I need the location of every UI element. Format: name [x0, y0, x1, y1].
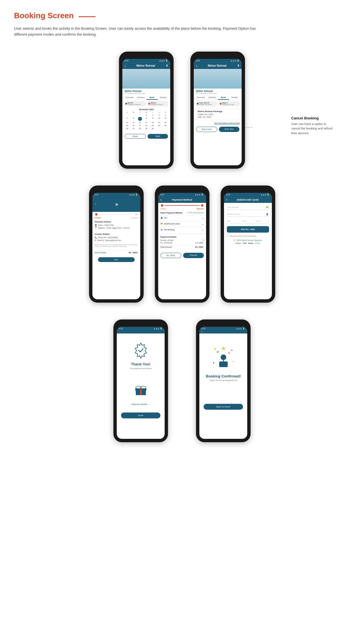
proceed-button[interactable]: Proceed: [183, 253, 204, 258]
status-icons: ▲▲▲ 🔋: [159, 60, 168, 62]
cal-day-4[interactable]: 4: [162, 114, 169, 117]
reset-button[interactable]: Reset: [125, 134, 146, 139]
header-title-2: Meher Retreat: [208, 64, 227, 67]
cal-day-8[interactable]: 8: [143, 117, 150, 121]
cal-day-26[interactable]: 26: [124, 127, 130, 130]
cal-day-25[interactable]: 25: [162, 124, 169, 127]
cal-day-24[interactable]: 24: [156, 124, 162, 127]
tab-overview-2[interactable]: Overview: [195, 96, 206, 100]
select-payment-label: Select Payment Method: [160, 212, 183, 214]
cal-day-12[interactable]: 12: [124, 121, 130, 124]
card-header-title: Debit/Credit Cards: [237, 198, 259, 201]
back-arrow-7[interactable]: ‹: [202, 330, 202, 333]
upi-option[interactable]: 👤 UPI ⌄: [158, 215, 206, 221]
book-now-button[interactable]: Book Now: [219, 127, 240, 132]
step-payment-label: Payment: [131, 217, 138, 219]
card-number-placeholder: Card Number: [227, 206, 239, 208]
back-arrow-icon-2[interactable]: [196, 64, 197, 68]
tab-nearby-2[interactable]: Nearby: [229, 96, 240, 100]
phone-1-calendar: 6:15 ▲▲▲ 🔋 Meher Retreat ⬆ Meher Retreat…: [119, 52, 174, 169]
share-icon[interactable]: ⬆: [166, 64, 168, 67]
dashed-line: [245, 127, 252, 128]
tab-book-2[interactable]: Book: [218, 96, 229, 100]
done-button[interactable]: Done: [121, 412, 160, 418]
cal-day-18[interactable]: 18: [162, 121, 169, 124]
time-label: 9:00am to 6:30 pm: [128, 104, 141, 105]
cal-day-21[interactable]: 21: [137, 124, 143, 127]
back-arrow-3[interactable]: ‹: [95, 203, 96, 206]
cal-day-13[interactable]: 13: [130, 121, 137, 124]
next-button[interactable]: Next: [98, 257, 135, 262]
cal-day-9[interactable]: 9: [150, 117, 156, 121]
phone-text: Phone No : 9822346806: [98, 237, 118, 238]
cal-day-20[interactable]: 20: [130, 124, 137, 127]
cal-day-30[interactable]: 30: [150, 127, 156, 130]
package-total: Total - Rs. 1000/-: [198, 116, 238, 118]
save-card-checkbox[interactable]: [227, 235, 229, 237]
cal-day-28[interactable]: 28: [137, 127, 143, 130]
back-arrow-icon[interactable]: [125, 64, 126, 68]
debit-credit-option[interactable]: 💳 Debit/Credit Cards ⌄: [158, 221, 206, 227]
cal-day-10[interactable]: 10: [156, 117, 162, 121]
status-bar-7: 6:15 ▲▲▲ 🔋: [199, 327, 247, 331]
svg-point-7: [231, 350, 232, 351]
cvv-icon: ℹ: [268, 220, 269, 223]
add-to-cart-button[interactable]: Add to Cart: [196, 127, 217, 132]
cal-day-7-selected[interactable]: 7: [138, 117, 142, 121]
status-icons-4: ▲▲▲ 🔋: [195, 194, 204, 196]
cal-day-27[interactable]: 27: [130, 127, 137, 130]
cal-day-16[interactable]: 16: [150, 121, 156, 124]
cal-day-15[interactable]: 15: [143, 121, 150, 124]
yyyy-field[interactable]: YYYY ⌄: [241, 219, 255, 224]
step-2-dot: [135, 213, 137, 215]
venue-sub-2: Not reviewed on Place view: [196, 92, 239, 94]
cal-day-17[interactable]: 17: [156, 121, 162, 124]
adult-pill-2[interactable]: Adult 1 Children(5-12Yrs):0: [218, 101, 240, 106]
show-details-link[interactable]: Show Details ⌄: [95, 252, 108, 254]
tab-overview[interactable]: Overview: [124, 96, 135, 100]
cal-day-3[interactable]: 3: [156, 114, 162, 117]
safe-badge: ✓ 100% Safe Payment: [186, 212, 204, 214]
cal-day-6[interactable]: 6: [130, 117, 137, 121]
cal-day-5[interactable]: 5: [124, 117, 130, 121]
net-banking-option[interactable]: 🏦 Net Banking ⌄: [158, 227, 206, 233]
card-chevron: ⌄: [202, 223, 204, 225]
phone-6-thankyou: 6:15 ▲▲▲ 🔋 Thank You! Your payment succe…: [113, 319, 168, 442]
status-bar: 6:15 ▲▲▲ 🔋: [122, 59, 170, 63]
cal-day-1[interactable]: 1: [143, 114, 150, 117]
back-arrow-5[interactable]: ‹: [226, 198, 227, 202]
cal-day-2[interactable]: 2: [150, 114, 156, 117]
tab-book[interactable]: Book: [146, 96, 158, 100]
back-arrow-4[interactable]: ‹: [160, 198, 162, 202]
status-bar-4: 6:15 ▲▲▲ 🔋: [158, 193, 206, 197]
svg-rect-2: [141, 391, 146, 395]
cal-day-14[interactable]: 14: [137, 121, 143, 124]
pay-button[interactable]: PAY Rs. 1000: [227, 226, 269, 233]
cal-day-11[interactable]: 11: [162, 117, 169, 121]
cvv-field[interactable]: CVV ℹ: [256, 219, 269, 224]
share-icon-2[interactable]: ⬆: [237, 64, 239, 67]
tab-nearby[interactable]: Nearby: [158, 96, 169, 100]
date-pill-2[interactable]: Tues, Nov 07 9:00am to 6:30 pm: [195, 101, 217, 106]
apply-button[interactable]: Apply: [148, 134, 168, 139]
back-home-button[interactable]: Back to home: [204, 404, 243, 410]
package-line1: 1 Adult x Rs. 1000/-: [198, 113, 238, 115]
adult-pill[interactable]: Adult 2 Children(5-12Yrs):0: [147, 101, 169, 106]
card-number-field[interactable]: Card Number 💳: [227, 205, 269, 210]
payment-details-link[interactable]: Payment details ⌄: [131, 403, 150, 405]
phone-2-screen: 6:15 ▲▲▲ 🔋 Meher Retreat ⬆ Meher Retreat…: [194, 59, 242, 165]
cal-day-22[interactable]: 22: [143, 124, 150, 127]
adult-pill-content-2: Adult 1 Children(5-12Yrs):0: [222, 102, 234, 105]
header-title: Meher Retreat: [136, 64, 155, 67]
cal-day-23[interactable]: 23: [150, 124, 156, 127]
mm-field[interactable]: MM ⌄: [227, 219, 240, 224]
cal-h-m: M: [130, 111, 137, 113]
person-icon: 👤: [95, 224, 97, 226]
date-pill[interactable]: Nov 07 9:00am to 6:30 pm: [124, 101, 146, 106]
tab-activities-2[interactable]: Activities: [206, 96, 218, 100]
cal-day-19[interactable]: 19: [124, 124, 130, 127]
tab-activities[interactable]: Activities: [135, 96, 146, 100]
name-on-card-field[interactable]: Name on Card 👤: [227, 212, 269, 217]
cancellation-link[interactable]: See Cancellation Refund Policy: [194, 121, 242, 125]
cal-day-29[interactable]: 29: [143, 127, 150, 130]
